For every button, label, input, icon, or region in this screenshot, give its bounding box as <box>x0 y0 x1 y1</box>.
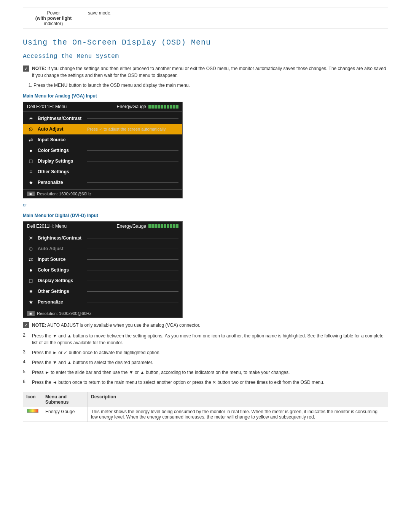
osd-item-color-settings: ●Color Settings <box>23 145 182 156</box>
digital-section-label: Main Menu for Digital (DVI-D) Input <box>23 213 388 218</box>
osd-item-content: Press ✓ to adjust the screen automatical… <box>83 127 178 132</box>
bar-seg-3 <box>155 105 157 109</box>
analog-osd-header: Dell E2011H: Menu Energy/Gauge <box>23 102 182 112</box>
osd-item-icon: ⊙ <box>27 125 35 133</box>
bottom-table: Icon Menu and Submenus Description Energ… <box>23 392 388 422</box>
osd-item-icon: ★ <box>27 298 35 306</box>
row-menu: Energy Gauge <box>42 407 88 422</box>
analog-footer-icon: ▣ <box>27 192 35 196</box>
osd-item-line <box>87 249 178 249</box>
osd-item-line <box>87 259 178 260</box>
osd-item-auto-adjust: ⊙Auto Adjust <box>23 243 182 254</box>
power-content-cell: save mode. <box>84 8 388 29</box>
osd-item-brightness/contrast: ☀Brightness/Contrast <box>23 113 182 124</box>
step-1: Press the MENU button to launch the OSD … <box>33 83 388 88</box>
d-bar-seg-9 <box>173 224 175 228</box>
step-row: 3.Press the ► or ✓ button once to activa… <box>23 349 388 356</box>
osd-item-input-source: ⇄Input Source <box>23 134 182 145</box>
numbered-steps: 2.Press the ▼ and ▲ buttons to move betw… <box>23 332 388 386</box>
osd-item-line <box>87 281 178 281</box>
osd-item-line <box>87 182 178 183</box>
note-block: ✓ NOTE: If you change the settings and t… <box>23 65 388 79</box>
analog-section-label: Main Menu for Analog (VGA) Input <box>23 93 388 99</box>
osd-item-label: Other Settings <box>38 289 83 294</box>
osd-item-line <box>87 238 178 238</box>
main-heading: Using the On-Screen Display (OSD) Menu <box>23 38 388 47</box>
osd-item-display-settings: □Display Settings <box>23 275 182 286</box>
table-row: Energy GaugeThis meter shows the energy … <box>23 407 388 422</box>
osd-item-label: Display Settings <box>38 158 83 164</box>
d-bar-seg-6 <box>164 224 166 228</box>
note-auto-block: ✓ NOTE: AUTO ADJUST is only available wh… <box>23 322 388 329</box>
digital-osd-footer: ▣ Resolution: 1600x900@60Hz <box>23 309 182 318</box>
osd-item-input-source: ⇄Input Source <box>23 254 182 265</box>
row-description: This meter shows the energy level being … <box>88 407 388 422</box>
bottom-table-header-row: Icon Menu and Submenus Description <box>23 392 388 407</box>
osd-item-label: Color Settings <box>38 267 83 273</box>
d-bar-seg-3 <box>155 224 157 228</box>
digital-energy-label: Energy/Gauge <box>117 224 146 229</box>
osd-item-other-settings: ≡Other Settings <box>23 286 182 297</box>
osd-item-personalize: ★Personalize <box>23 177 182 188</box>
bar-seg-8 <box>170 105 172 109</box>
osd-item-line <box>87 291 178 292</box>
osd-item-icon: ☀ <box>27 234 35 242</box>
osd-item-label: Auto Adjust <box>38 246 83 251</box>
osd-item-line <box>87 118 178 119</box>
osd-item-label: Display Settings <box>38 278 83 283</box>
osd-item-icon: ⇄ <box>27 256 35 263</box>
step-text: Press the ▼ and ▲ buttons to move betwee… <box>32 332 388 346</box>
analog-energy-gauge <box>148 105 178 109</box>
osd-item-icon: ⊙ <box>27 245 35 252</box>
analog-osd-header-right: Energy/Gauge <box>117 104 178 109</box>
step-number: 3. <box>23 349 30 355</box>
step-text: Press the ▼ and ▲ buttons to select the … <box>32 359 153 366</box>
osd-item-line <box>87 302 178 302</box>
analog-osd-header-left: Dell E2011H: Menu <box>27 104 67 109</box>
digital-osd-header-right: Energy/Gauge <box>117 224 178 229</box>
note-body: If you change the settings and then eith… <box>32 66 386 78</box>
bar-seg-4 <box>158 105 160 109</box>
bar-seg-9 <box>173 105 175 109</box>
power-label-line1: Power <box>47 10 60 16</box>
bar-seg-6 <box>164 105 166 109</box>
d-bar-seg-7 <box>167 224 169 228</box>
power-label-line2: (with power light <box>35 16 72 21</box>
analog-footer-text: Resolution: 1600x900@60Hz <box>37 192 91 196</box>
d-bar-seg-10 <box>176 224 178 228</box>
or-label: or <box>23 202 388 208</box>
osd-item-label: Brightness/Contrast <box>38 116 83 121</box>
osd-item-auto-adjust: ⊙Auto AdjustPress ✓ to adjust the screen… <box>23 124 182 134</box>
step-text: Press the ◄ button once to return to the… <box>32 379 324 386</box>
osd-item-icon: ● <box>27 147 35 154</box>
osd-item-icon: ⇄ <box>27 136 35 144</box>
osd-item-line <box>87 172 178 172</box>
step-number: 4. <box>23 359 30 364</box>
step-number: 5. <box>23 369 30 374</box>
d-bar-seg-1 <box>148 224 151 228</box>
note-icon: ✓ <box>23 66 29 72</box>
step-row: 6.Press the ◄ button once to return to t… <box>23 379 388 386</box>
d-bar-seg-8 <box>170 224 172 228</box>
analog-osd-footer: ▣ Resolution: 1600x900@60Hz <box>23 189 182 198</box>
osd-item-icon: ≡ <box>27 168 35 176</box>
digital-footer-text: Resolution: 1600x900@60Hz <box>37 311 91 316</box>
step-list: Press the MENU button to launch the OSD … <box>33 83 388 88</box>
step-text: Press ► to enter the slide bar and then … <box>32 369 290 376</box>
top-table: Power (with power light indicator) save … <box>23 8 388 29</box>
step-row: 4.Press the ▼ and ▲ buttons to select th… <box>23 359 388 366</box>
power-content-text: save mode. <box>88 10 112 16</box>
step-text: Press the ► or ✓ button once to activate… <box>32 349 161 356</box>
osd-item-label: Other Settings <box>38 169 83 174</box>
note-auto-icon: ✓ <box>23 322 29 328</box>
osd-item-icon: □ <box>27 157 35 165</box>
osd-item-display-settings: □Display Settings <box>23 156 182 166</box>
note-text: NOTE: If you change the settings and the… <box>32 65 388 79</box>
osd-item-icon: ≡ <box>27 288 35 295</box>
digital-energy-gauge <box>148 224 178 228</box>
step-row: 2.Press the ▼ and ▲ buttons to move betw… <box>23 332 388 346</box>
analog-energy-label: Energy/Gauge <box>117 104 146 109</box>
bar-seg-7 <box>167 105 169 109</box>
col-header-icon: Icon <box>23 392 42 407</box>
osd-item-icon: ★ <box>27 179 35 186</box>
